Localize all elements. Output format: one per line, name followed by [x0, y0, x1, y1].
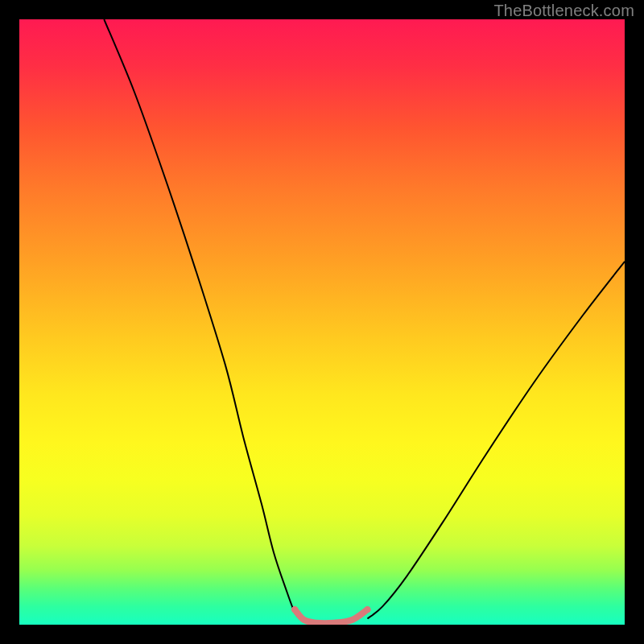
series-right-curve — [367, 262, 625, 619]
watermark-text: TheBottleneck.com — [493, 2, 634, 20]
series-trough-segment — [295, 609, 367, 623]
series-left-curve — [104, 19, 300, 618]
plot-area — [19, 19, 625, 625]
marker-1 — [364, 606, 370, 613]
chart-frame: TheBottleneck.com — [0, 0, 644, 644]
marker-0 — [291, 606, 298, 613]
chart-svg — [19, 19, 625, 625]
